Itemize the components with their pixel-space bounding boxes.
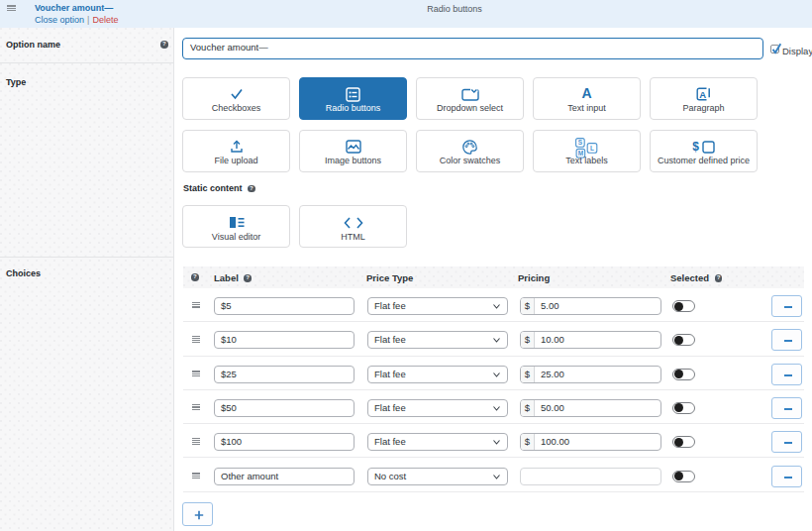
svg-text:A: A — [699, 88, 706, 99]
svg-text:L: L — [590, 144, 594, 151]
svg-text:S: S — [578, 139, 583, 146]
